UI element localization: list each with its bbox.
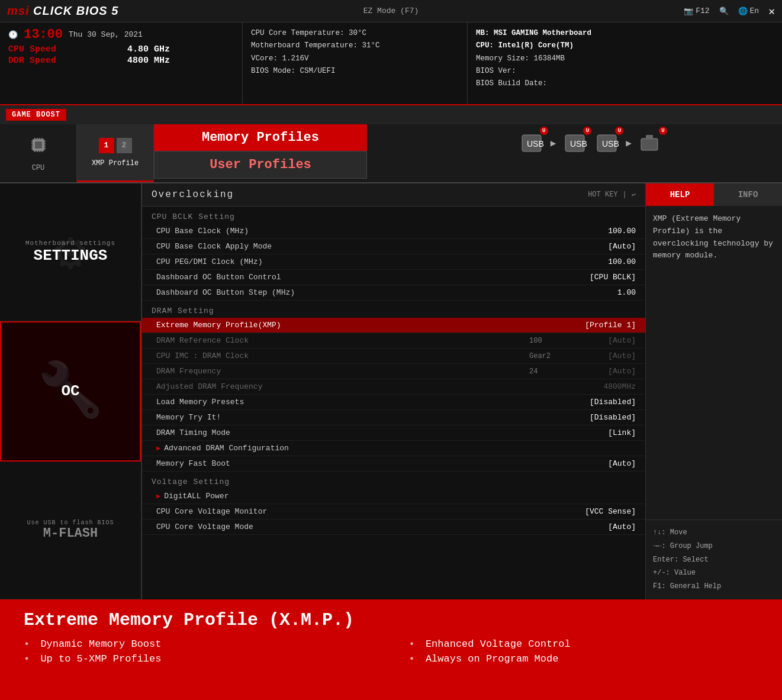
row-cpu-core-volt-mode[interactable]: CPU Core Voltage Mode [Auto]: [142, 520, 645, 535]
screenshot-button[interactable]: 📷 F12: [684, 7, 709, 16]
right-panel: HELP INFO XMP (Extreme Memory Profile) i…: [646, 183, 782, 599]
language-button[interactable]: 🌐 En: [738, 7, 760, 16]
arrow-icon-2: ▶: [626, 137, 632, 149]
date-display: Thu 30 Sep, 2021: [69, 30, 143, 39]
key-move: ↑↓: Move: [653, 526, 775, 540]
svg-text:USB: USB: [527, 139, 544, 149]
tab-xmp-label: XMP Profile: [92, 159, 139, 167]
close-button[interactable]: ✕: [768, 5, 775, 18]
cpu-info: CPU: Intel(R) Core(TM): [476, 40, 774, 52]
tab-help[interactable]: HELP: [646, 183, 714, 206]
back-icon[interactable]: ↩: [632, 191, 636, 199]
sidebar-item-oc[interactable]: 🔧 OC: [0, 321, 141, 461]
cpu-speed-label: CPU Speed: [8, 44, 120, 54]
hotkey-separator: |: [623, 191, 627, 199]
key-value: +/-: Value: [653, 566, 775, 580]
oc-title: OC: [61, 382, 79, 400]
row-cpu-base-clock[interactable]: CPU Base Clock (MHz) 100.00: [142, 224, 645, 239]
search-icon: 🔍: [719, 7, 729, 16]
row-xmp[interactable]: Extreme Memory Profile(XMP) [Profile 1]: [142, 318, 645, 333]
feature-3: • Enhanced Voltage Control: [409, 638, 759, 650]
oc-title-label: Overclocking: [152, 189, 234, 200]
search-button[interactable]: 🔍: [719, 7, 729, 16]
settings-title: SETTINGS: [34, 247, 108, 264]
usb-icon-1[interactable]: U USB: [519, 130, 545, 156]
nav-tabs: CPU 1 2 XMP Profile Memory Profiles User…: [0, 124, 782, 183]
row-cpu-core-volt-monitor[interactable]: CPU Core Voltage Monitor [VCC Sense]: [142, 504, 645, 520]
row-load-mem-presets[interactable]: Load Memory Presets [Disabled]: [142, 395, 645, 410]
memory-size: Memory Size: 16384MB: [476, 53, 774, 65]
profile-dropdown: Memory Profiles User Profiles: [154, 124, 367, 179]
bios-ver: BIOS Ver:: [476, 65, 774, 78]
mb-info: MB: MSI GAMING Motherboard: [476, 27, 774, 40]
cpu-icon: [28, 134, 49, 160]
bottom-features: • Dynamic Memory Boost • Enhanced Voltag…: [24, 638, 758, 664]
row-mem-fast-boot[interactable]: Memory Fast Boot [Auto]: [142, 456, 645, 472]
mflash-title: M-FLASH: [43, 526, 98, 541]
svg-text:USB: USB: [602, 139, 619, 149]
sidebar-item-settings[interactable]: ⚙ Motherboard settings SETTINGS: [0, 183, 141, 321]
usb-icon-3[interactable]: U USB: [594, 130, 620, 156]
mb-temp: Motherboard Temperature: 31°C: [251, 40, 459, 52]
vcore: VCore: 1.216V: [251, 53, 459, 65]
time-display: 13:00: [24, 27, 63, 42]
row-dram-freq[interactable]: DRAM Frequency 24 [Auto]: [142, 364, 645, 379]
user-profiles-button[interactable]: User Profiles: [154, 151, 367, 179]
time-row: 🕐 13:00 Thu 30 Sep, 2021: [8, 27, 234, 42]
game-boost-label[interactable]: GAME BOOST: [6, 109, 66, 121]
memory-profiles-button[interactable]: Memory Profiles: [154, 124, 367, 151]
help-keys: ↑↓: Move →←: Group Jump Enter: Select +/…: [646, 520, 782, 599]
svg-rect-1: [35, 141, 42, 149]
xmp-numbers: 1 2: [99, 138, 132, 153]
usb-icon-2[interactable]: U USB: [562, 130, 588, 156]
usb-icon-4[interactable]: U: [638, 130, 664, 156]
settings-sub-label: Motherboard settings: [25, 240, 115, 247]
bios-build: BIOS Build Date:: [476, 78, 774, 90]
section-voltage: Voltage Setting: [142, 472, 645, 489]
ddr-speed-value: 4800 MHz: [127, 56, 234, 66]
svg-rect-24: [641, 138, 658, 150]
svg-rect-25: [646, 135, 653, 140]
row-cpu-imc-dram[interactable]: CPU IMC : DRAM Clock Gear2 [Auto]: [142, 349, 645, 364]
top-bar-right: 📷 F12 🔍 🌐 En ✕: [684, 5, 775, 18]
xmp-num-2[interactable]: 2: [117, 138, 132, 153]
row-memory-try-it[interactable]: Memory Try It! [Disabled]: [142, 410, 645, 425]
row-dashboard-oc-step[interactable]: Dashboard OC Button Step (MHz) 1.00: [142, 285, 645, 301]
row-cpu-base-clock-mode[interactable]: CPU Base Clock Apply Mode [Auto]: [142, 239, 645, 254]
clock-icon: 🕐: [8, 30, 18, 40]
row-adj-dram-freq: Adjusted DRAM Frequency 4800MHz: [142, 379, 645, 395]
oc-header: Overclocking HOT KEY | ↩: [142, 183, 645, 207]
cpu-temp: CPU Core Temperature: 30°C: [251, 27, 459, 40]
top-bar: msi CLICK BIOS 5 EZ Mode (F7) 📷 F12 🔍 🌐 …: [0, 0, 782, 22]
row-dram-ref-clock[interactable]: DRAM Reference Clock 100 [Auto]: [142, 333, 645, 349]
ez-mode-button[interactable]: EZ Mode (F7): [363, 7, 419, 15]
arrow-icon-1: ▶: [551, 137, 556, 149]
tab-cpu-label: CPU: [32, 164, 45, 172]
usb-badge-2: U: [583, 127, 591, 135]
bios-mode: BIOS Mode: CSM/UEFI: [251, 65, 459, 78]
sidebar-item-mflash[interactable]: Use USB to flash BIOS M-FLASH: [0, 462, 141, 599]
usb-badge-3: U: [615, 127, 623, 135]
tab-xmp[interactable]: 1 2 XMP Profile: [77, 124, 154, 182]
row-dashboard-oc-control[interactable]: Dashboard OC Button Control [CPU BCLK]: [142, 270, 645, 285]
help-info-tabs: HELP INFO: [646, 183, 782, 206]
tab-info[interactable]: INFO: [714, 183, 782, 206]
row-dram-timing[interactable]: DRAM Timing Mode [Link]: [142, 425, 645, 441]
help-content-text: XMP (Extreme Memory Profile) is the over…: [646, 206, 782, 520]
row-digitall-power[interactable]: ▶ DigitALL Power: [142, 489, 645, 504]
mflash-sub-label: Use USB to flash BIOS: [27, 520, 114, 526]
section-dram: DRAM Setting: [142, 301, 645, 318]
expand-arrow: ▶: [156, 444, 160, 453]
svg-text:USB: USB: [570, 139, 587, 149]
bottom-section: Extreme Memory Profile (X.M.P.) • Dynami…: [0, 599, 782, 700]
xmp-num-1[interactable]: 1: [99, 138, 114, 153]
key-group-jump: →←: Group Jump: [653, 540, 775, 553]
tab-cpu[interactable]: CPU: [0, 124, 77, 182]
row-adv-dram-config[interactable]: ▶ Advanced DRAM Configuration: [142, 441, 645, 456]
header-mid: CPU Core Temperature: 30°C Motherboard T…: [243, 22, 468, 104]
speed-grid: CPU Speed 4.80 GHz DDR Speed 4800 MHz: [8, 44, 234, 66]
globe-icon: 🌐: [738, 7, 748, 16]
usb-badge-1: U: [540, 127, 548, 135]
row-cpu-peg-dmi[interactable]: CPU PEG/DMI Clock (MHz) 100.00: [142, 254, 645, 270]
bottom-title: Extreme Memory Profile (X.M.P.): [24, 610, 758, 630]
